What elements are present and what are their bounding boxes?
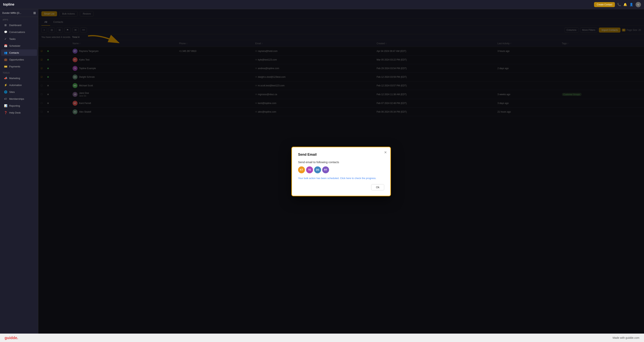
sidebar-item-reporting[interactable]: 📊 Reporting (1, 102, 37, 109)
sidebar-item-dashboard[interactable]: ⊞ Dashboard (1, 22, 37, 28)
phone-icon[interactable]: 📞 (617, 3, 621, 6)
sidebar-item-label: Conversations (9, 31, 25, 34)
modal-contact-avatar: DS (314, 166, 321, 173)
apps-section-label: Apps (0, 17, 38, 22)
sidebar-item-label: Reporting (9, 104, 20, 107)
modal-ok-button[interactable]: Ok (371, 184, 384, 190)
contacts-icon: 👥 (4, 51, 7, 54)
sidebar-item-label: Scheduler (9, 44, 20, 47)
bell-icon[interactable]: 🔔 (623, 3, 627, 6)
scheduler-icon: 📅 (4, 44, 7, 47)
modal-title: Send Email (298, 152, 384, 157)
workspace-selector[interactable]: Dunder Mifflin [D... ⊞ (0, 9, 38, 17)
modal-contact-avatar: RT (322, 166, 329, 173)
sidebar-item-payments[interactable]: 💳 Payments (1, 63, 37, 70)
sidebar-item-label: Memberships (9, 98, 24, 100)
sidebar-item-tasks[interactable]: ✓ Tasks (1, 36, 37, 42)
user-icon[interactable]: 👤 (630, 3, 633, 6)
app-logo: topline (3, 2, 14, 6)
dashboard-icon: ⊞ (4, 24, 7, 26)
create-contact-button[interactable]: Create Contact (594, 2, 615, 7)
sidebar-item-label: Help Desk (9, 111, 21, 114)
user-avatar[interactable]: U (636, 2, 641, 7)
modal-footer: Ok (298, 184, 384, 190)
sidebar-item-contacts[interactable]: 👥 Contacts (1, 50, 37, 56)
modal-close-button[interactable]: ✕ (384, 150, 387, 154)
guidde-logo: guidde. (4, 336, 18, 340)
sidebar-item-label: Dashboard (9, 24, 22, 26)
modal-progress-message: Your bulk action has been scheduled. Cli… (298, 177, 384, 180)
sidebar-item-label: Tasks (9, 38, 16, 40)
sidebar-item-label: Marketing (9, 77, 20, 80)
modal-overlay: ✕ Send Email Send email to following con… (38, 9, 644, 334)
opportunities-icon: 💼 (4, 58, 7, 61)
grid-icon: ⊞ (33, 11, 36, 15)
sidebar-item-scheduler[interactable]: 📅 Scheduler (1, 42, 37, 49)
sidebar-item-label: Automation (9, 84, 22, 86)
modal-contact-avatar: KT (298, 166, 305, 173)
sidebar-item-label: Payments (9, 65, 20, 68)
help-desk-icon: ❓ (4, 111, 7, 114)
sidebar-item-automation[interactable]: ⚡ Automation (1, 82, 37, 88)
guidde-tagline: Made with guidde.com (612, 336, 640, 339)
top-nav: topline Create Contact 📞 🔔 👤 U (0, 0, 644, 9)
modal-subtitle: Send email to following contacts (298, 160, 384, 164)
modal-contact-avatar: TE (306, 166, 313, 173)
top-nav-right: Create Contact 📞 🔔 👤 U (594, 2, 641, 7)
tasks-icon: ✓ (4, 37, 7, 40)
sidebar-item-memberships[interactable]: 🏷 Memberships (1, 96, 37, 102)
workspace-name: Dunder Mifflin [D... (2, 12, 32, 14)
modal-avatar-row: KTTEDSRT (298, 166, 384, 173)
payments-icon: 💳 (4, 65, 7, 68)
sidebar-item-conversations[interactable]: 💬 Conversations (1, 29, 37, 35)
sidebar-item-help-desk[interactable]: ❓ Help Desk (1, 109, 37, 116)
sidebar: Dunder Mifflin [D... ⊞ Apps ⊞ Dashboard … (0, 9, 38, 334)
content-area: Smart List Bulk Actions Restore All Cont… (38, 9, 644, 334)
sites-icon: 🌐 (4, 90, 7, 94)
tools-section-label: Tools (0, 70, 38, 75)
sidebar-item-marketing[interactable]: 📣 Marketing (1, 75, 37, 82)
sidebar-item-opportunities[interactable]: 💼 Opportunities (1, 56, 37, 63)
conversations-icon: 💬 (4, 30, 7, 34)
sidebar-item-label: Sites (9, 90, 15, 94)
memberships-icon: 🏷 (4, 97, 7, 100)
sidebar-item-label: Contacts (9, 51, 19, 54)
send-email-modal: ✕ Send Email Send email to following con… (291, 147, 391, 196)
automation-icon: ⚡ (4, 84, 7, 86)
marketing-icon: 📣 (4, 76, 7, 80)
bottom-bar: guidde. Made with guidde.com (0, 334, 644, 342)
main-layout: Dunder Mifflin [D... ⊞ Apps ⊞ Dashboard … (0, 9, 644, 334)
sidebar-item-sites[interactable]: 🌐 Sites (1, 89, 37, 95)
sidebar-item-label: Opportunities (9, 58, 24, 61)
reporting-icon: 📊 (4, 104, 7, 107)
